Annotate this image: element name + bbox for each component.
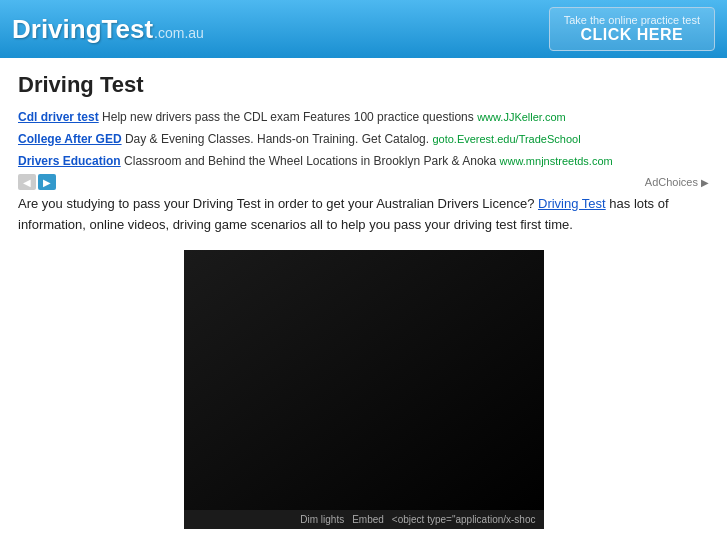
ad-row-3: Drivers Education Classroom and Behind t…: [18, 152, 709, 170]
ad-description-2: Day & Evening Classes. Hands-on Training…: [125, 132, 433, 146]
video-player[interactable]: [184, 250, 544, 510]
logo-text: DrivingTest: [12, 14, 153, 45]
nav-arrows: ◀ ▶: [18, 174, 645, 190]
cta-button[interactable]: Take the online practice test CLICK HERE: [549, 7, 715, 51]
nav-next-arrow[interactable]: ▶: [38, 174, 56, 190]
nav-prev-arrow[interactable]: ◀: [18, 174, 36, 190]
object-type-label: <object type="application/x-shoc: [392, 514, 536, 525]
video-container: Dim lights Embed <object type="applicati…: [184, 250, 544, 529]
cta-line2: CLICK HERE: [564, 26, 700, 44]
embed-button[interactable]: Embed: [352, 514, 384, 525]
ad-domain-3[interactable]: www.mnjnstreetds.com: [500, 155, 613, 167]
description: Are you studying to pass your Driving Te…: [18, 194, 709, 236]
logo-domain: .com.au: [154, 25, 204, 41]
dim-lights-button[interactable]: Dim lights: [300, 514, 344, 525]
ad-choices-row: ◀ ▶ AdChoices ▶: [18, 174, 709, 190]
ad-row-2: College After GED Day & Evening Classes.…: [18, 130, 709, 148]
header: DrivingTest .com.au Take the online prac…: [0, 0, 727, 58]
description-before: Are you studying to pass your Driving Te…: [18, 196, 538, 211]
ad-description-1: Help new drivers pass the CDL exam Featu…: [102, 110, 477, 124]
ad-choices-label: AdChoices: [645, 176, 698, 188]
ad-row-1: Cdl driver test Help new drivers pass th…: [18, 108, 709, 126]
video-controls: Dim lights Embed <object type="applicati…: [184, 510, 544, 529]
ad-description-3: Classroom and Behind the Wheel Locations…: [124, 154, 500, 168]
driving-test-link[interactable]: Driving Test: [538, 196, 606, 211]
main-content: Driving Test Cdl driver test Help new dr…: [0, 58, 727, 543]
ad-domain-2[interactable]: goto.Everest.edu/TradeSchool: [432, 133, 580, 145]
cta-line1: Take the online practice test: [564, 14, 700, 26]
ad-link-1[interactable]: Cdl driver test: [18, 110, 99, 124]
ad-domain-1[interactable]: www.JJKeller.com: [477, 111, 566, 123]
page-title: Driving Test: [18, 72, 709, 98]
logo: DrivingTest .com.au: [12, 14, 204, 45]
ad-link-2[interactable]: College After GED: [18, 132, 122, 146]
ad-link-3[interactable]: Drivers Education: [18, 154, 121, 168]
ad-choices-icon: ▶: [701, 177, 709, 188]
